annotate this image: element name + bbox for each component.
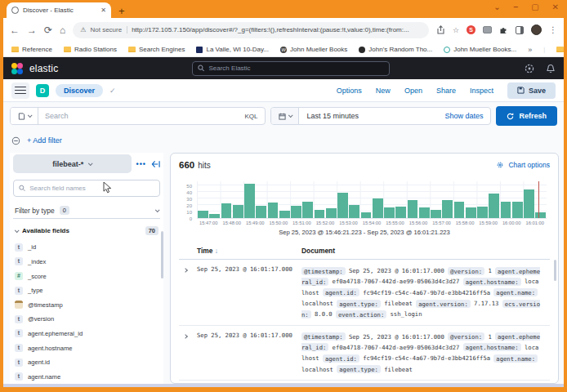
alerts-bell-icon[interactable] (546, 64, 556, 74)
histogram-bar[interactable] (384, 207, 395, 218)
bookmark-star-icon[interactable]: ☆ (453, 26, 459, 34)
field-item[interactable]: tagent.hostname (13, 341, 160, 355)
histogram-bar[interactable] (408, 200, 418, 218)
field-item[interactable]: t_index (13, 255, 160, 270)
refresh-button[interactable]: Refresh (496, 106, 557, 126)
histogram-bar[interactable] (209, 214, 220, 218)
bookmark-item[interactable]: WJohn Mueller Books (280, 46, 347, 53)
filter-menu-icon[interactable] (11, 136, 20, 145)
histogram-bar[interactable] (477, 207, 488, 218)
histogram-bar[interactable] (431, 210, 441, 218)
histogram-bar[interactable] (454, 202, 465, 218)
histogram-bar[interactable] (279, 211, 290, 218)
menu-hamburger-icon[interactable] (11, 82, 29, 99)
address-bar[interactable]: ⚠ Not secure http://172.105.7.150/app/di… (73, 22, 429, 38)
kql-search-box[interactable]: KQL (10, 107, 266, 125)
field-item[interactable]: @timestamp (13, 297, 160, 312)
bookmark-item[interactable]: La Valle, WI 10-Day... (196, 46, 269, 53)
menu-item-new[interactable]: New (376, 87, 391, 95)
url-text[interactable]: http://172.105.7.150/app/discover#/?_g=(… (132, 26, 422, 33)
breadcrumb-discover[interactable]: Discover (56, 84, 103, 97)
index-pattern-options-icon[interactable]: ••• (136, 160, 146, 168)
histogram-bar[interactable] (466, 207, 476, 218)
bookmark-item[interactable]: Radio Stations (64, 46, 117, 53)
field-item[interactable]: tagent.ephemeral_id (13, 327, 160, 341)
tab-search-icon[interactable]: ⌄ (493, 2, 500, 11)
extension-screenshot-icon[interactable] (483, 26, 492, 33)
bookmark-item[interactable]: John Mueller Books... (444, 46, 516, 53)
menu-item-open[interactable]: Open (404, 87, 422, 95)
field-item[interactable]: t_type (13, 283, 160, 298)
back-icon[interactable]: ← (10, 25, 20, 35)
chart-options-button[interactable]: Chart options (496, 161, 550, 169)
tab-close-icon[interactable]: ✕ (100, 7, 106, 14)
histogram-bar[interactable] (501, 202, 511, 218)
histogram-bar[interactable] (315, 210, 325, 218)
field-item[interactable]: tagent.name (13, 369, 160, 384)
histogram-bar[interactable] (524, 189, 534, 218)
field-key-badge[interactable]: event.action: (336, 310, 386, 318)
table-row[interactable]: Sep 25, 2023 @ 16:01:17.000@timestamp: S… (179, 260, 550, 326)
table-scrollbar[interactable] (554, 260, 556, 281)
histogram-bar[interactable] (373, 198, 383, 218)
field-search-input[interactable] (29, 185, 154, 192)
field-key-badge[interactable]: agent.id: (323, 354, 359, 363)
field-item[interactable]: t@version (13, 312, 160, 327)
profile-avatar[interactable] (531, 24, 542, 35)
histogram-bar[interactable] (198, 211, 208, 218)
add-filter-button[interactable]: + Add filter (27, 136, 62, 145)
histogram-bar[interactable] (512, 202, 523, 218)
index-pattern-selector[interactable]: filebeat-* (13, 154, 132, 173)
field-search-box[interactable] (13, 180, 160, 197)
help-icon[interactable] (525, 64, 534, 74)
field-key-badge[interactable]: @timestamp: (301, 267, 346, 275)
table-row[interactable]: Sep 25, 2023 @ 16:01:17.000@timestamp: S… (179, 326, 550, 381)
menu-item-share[interactable]: Share (436, 87, 456, 95)
field-key-badge[interactable]: @version: (448, 332, 484, 341)
histogram-bar[interactable] (419, 207, 430, 218)
space-badge[interactable]: D (36, 84, 49, 97)
histogram-bar[interactable] (221, 203, 232, 218)
histogram-bar[interactable] (535, 212, 546, 218)
field-key-badge[interactable]: agent.name: (493, 288, 538, 296)
bookmarks-overflow-icon[interactable]: » (528, 46, 532, 54)
browser-menu-icon[interactable]: ⋮ (549, 25, 557, 34)
bookmark-item[interactable]: John's Random Tho... (359, 46, 432, 53)
elastic-logo-icon[interactable] (11, 63, 23, 74)
not-secure-label[interactable]: Not secure (90, 26, 127, 33)
bookmark-item[interactable]: Reference (11, 46, 52, 53)
histogram-bar[interactable] (395, 207, 406, 218)
query-language-button[interactable]: KQL (237, 113, 265, 120)
field-key-badge[interactable]: @version: (448, 267, 484, 275)
save-button[interactable]: Save (507, 82, 556, 99)
bookmark-item[interactable]: Search Engines (128, 46, 185, 53)
sidebar-scrollbar[interactable] (161, 231, 163, 278)
histogram-bar[interactable] (349, 205, 359, 218)
histogram-bar[interactable] (326, 208, 337, 218)
home-icon[interactable]: ⌂ (60, 25, 65, 35)
histogram-bar[interactable] (489, 194, 499, 218)
field-item[interactable]: t_id (13, 240, 160, 255)
histogram-bar[interactable] (256, 206, 266, 218)
global-search[interactable] (192, 61, 390, 76)
field-key-badge[interactable]: agent.id: (323, 288, 359, 296)
reload-icon[interactable]: ⟳ (44, 25, 52, 35)
field-item[interactable]: tagent.id (13, 355, 160, 370)
global-search-input[interactable] (208, 65, 384, 72)
sort-desc-icon[interactable]: ↓ (215, 247, 218, 255)
close-button[interactable]: ✕ (552, 2, 559, 11)
filter-by-type-dropdown[interactable]: Filter by type 0 (13, 203, 160, 219)
time-range-value[interactable]: Last 15 minutes (299, 112, 444, 120)
browser-tab[interactable]: Discover - Elastic ✕ (7, 2, 111, 18)
collapse-sidebar-icon[interactable] (151, 160, 160, 168)
field-key-badge[interactable]: @timestamp: (301, 332, 346, 341)
maximize-button[interactable]: ▢ (531, 2, 538, 11)
extensions-puzzle-icon[interactable] (499, 25, 508, 34)
histogram-bar[interactable] (233, 205, 243, 218)
date-picker[interactable]: Last 15 minutes Show dates (270, 107, 491, 125)
histogram-bar[interactable] (291, 206, 301, 218)
time-column-header[interactable]: Time ↓ (197, 247, 301, 255)
field-key-badge[interactable]: agent.name: (493, 354, 538, 363)
menu-item-options[interactable]: Options (337, 87, 362, 95)
menu-item-inspect[interactable]: Inspect (470, 87, 493, 95)
